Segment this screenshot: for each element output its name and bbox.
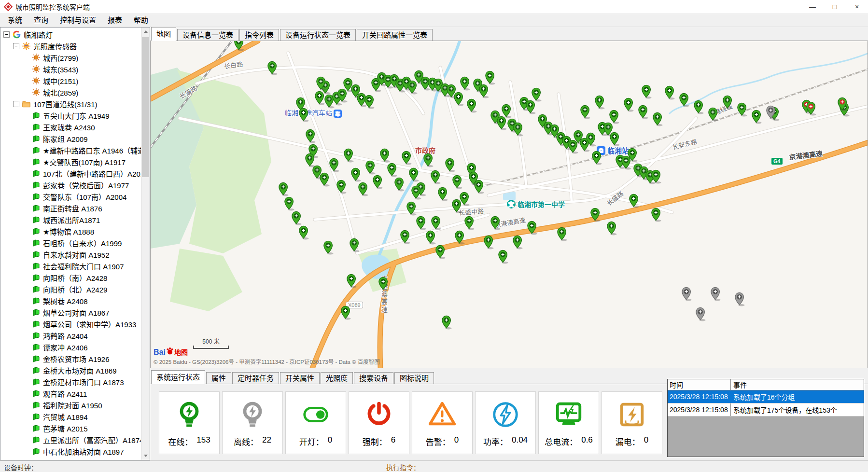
map-marker-online[interactable] <box>402 151 412 165</box>
map-marker-online[interactable] <box>469 171 479 186</box>
map-marker-online[interactable] <box>292 211 302 225</box>
menu-item-2[interactable]: 控制与设置 <box>54 15 102 26</box>
map-marker-online[interactable] <box>592 151 602 165</box>
map-marker-online[interactable] <box>490 216 501 230</box>
menu-item-1[interactable]: 查询 <box>28 15 54 26</box>
map-marker-online[interactable] <box>467 98 477 113</box>
map-marker-online[interactable] <box>610 132 620 146</box>
map-marker-online[interactable] <box>431 216 441 230</box>
tree-item[interactable]: 陈家组 A2009 <box>0 133 141 144</box>
map-marker-online[interactable] <box>498 250 508 264</box>
tree-item[interactable]: 石咀桥（自来水）A1999 <box>0 237 141 249</box>
tab-bottom-5[interactable]: 搜索设备 <box>354 372 393 384</box>
map-marker-online[interactable] <box>344 148 354 163</box>
map-marker-online[interactable] <box>299 225 309 240</box>
menu-item-0[interactable]: 系统 <box>2 15 28 26</box>
map-marker-offline[interactable] <box>766 105 776 120</box>
map-canvas[interactable]: 长白路长盛路临湘长途汽车站车市政府Ω临湘站长安东路文临湘市第一中学长盛中路长盛路… <box>150 41 868 368</box>
map-marker-online[interactable] <box>431 170 441 184</box>
tree-item[interactable]: 观音路 A2411 <box>0 388 141 399</box>
tree-item[interactable]: 鸿鹤路 A2404 <box>0 330 141 341</box>
map-marker-online[interactable] <box>502 104 512 118</box>
tree-item[interactable]: 自来水斜对面 A1952 <box>0 249 141 260</box>
tab-bottom-0[interactable]: 系统运行状态 <box>151 370 205 384</box>
tab-map-2[interactable]: 指令列表 <box>239 29 279 41</box>
map-marker-offline[interactable] <box>735 292 745 306</box>
map-marker-online[interactable] <box>378 277 389 291</box>
tree-item[interactable]: 金桥农贸市场 A1926 <box>0 353 141 364</box>
map-marker-online[interactable] <box>708 107 718 122</box>
map-marker-online[interactable] <box>513 235 523 250</box>
map-marker-online[interactable] <box>284 196 294 211</box>
map-marker-online[interactable] <box>723 95 733 110</box>
tree-item[interactable]: 福利院对面 A1950 <box>0 399 141 411</box>
map-marker-online[interactable] <box>752 110 762 124</box>
tab-bottom-1[interactable]: 属性 <box>206 372 231 384</box>
map-marker-offline[interactable] <box>696 307 706 321</box>
tree-item[interactable]: 五里派出所（富源汽配）A1874 <box>0 434 141 445</box>
menu-item-4[interactable]: 帮助 <box>128 15 154 26</box>
map-marker-online[interactable] <box>586 132 596 147</box>
map-marker-online[interactable] <box>607 221 617 236</box>
map-marker-online[interactable] <box>306 129 316 143</box>
tree-expander-icon[interactable] <box>13 43 19 49</box>
map-marker-online[interactable] <box>409 167 419 182</box>
tab-bottom-4[interactable]: 光照度 <box>321 372 353 384</box>
close-button[interactable]: × <box>846 0 868 14</box>
tree-root[interactable]: 临湘路灯 <box>0 28 141 40</box>
tree-item[interactable]: ★交警队西(107南) A1917 <box>0 156 141 167</box>
map-marker-online[interactable] <box>426 230 436 245</box>
tab-map-3[interactable]: 设备运行状态一览表 <box>280 29 356 41</box>
tree-item[interactable]: 谭家冲 A2406 <box>0 341 141 353</box>
tree-item[interactable]: 王家珑巷 A2430 <box>0 121 141 133</box>
tree-item[interactable]: 汽贸城 A1894 <box>0 411 141 422</box>
menu-item-3[interactable]: 报表 <box>102 15 128 26</box>
map-marker-online[interactable] <box>557 227 567 241</box>
tree-group-1[interactable]: 107国道沿线(31/31) <box>0 98 141 110</box>
map-marker-online[interactable] <box>452 199 462 213</box>
map-marker-online[interactable] <box>438 187 448 201</box>
map-marker-online[interactable] <box>628 148 638 162</box>
tree-item[interactable]: ★建新中路路口东 A1946（辅道灯） <box>0 144 141 156</box>
tab-bottom-3[interactable]: 开关属性 <box>280 372 320 384</box>
map-marker-online[interactable] <box>387 163 397 177</box>
map-marker-offline[interactable] <box>682 287 692 301</box>
tab-map-1[interactable]: 设备信息一览表 <box>177 29 238 41</box>
map-marker-online[interactable] <box>442 315 452 330</box>
event-row[interactable]: 2025/3/28 12:15:08系统加载了175个设备，在线153个 <box>668 403 864 416</box>
tree-item[interactable]: 107北（建新中路路口西）A2014 <box>0 167 141 179</box>
tab-bottom-6[interactable]: 图标说明 <box>394 372 434 384</box>
map-marker-online[interactable] <box>394 177 405 192</box>
map-marker-online[interactable] <box>651 208 661 222</box>
scrollbar-thumb[interactable] <box>142 37 149 177</box>
map-marker-online[interactable] <box>527 221 537 235</box>
map-marker-online[interactable] <box>526 100 536 114</box>
map-marker-online[interactable] <box>364 95 375 109</box>
tree-expander-icon[interactable] <box>3 31 10 38</box>
map-marker-online[interactable] <box>455 230 465 245</box>
map-marker-online[interactable] <box>651 169 661 184</box>
map-marker-online[interactable] <box>423 153 434 167</box>
map-marker-online[interactable] <box>351 167 361 182</box>
map-marker-online[interactable] <box>532 87 542 102</box>
map-marker-online[interactable] <box>642 84 652 99</box>
tree-item[interactable]: 五尖山大门东 A1949 <box>0 110 141 121</box>
tree-item[interactable]: 社会福利院大门口 A1907 <box>0 260 141 272</box>
map-marker-online[interactable] <box>400 230 410 244</box>
tree-item[interactable]: ★博物馆 A1888 <box>0 225 141 237</box>
tab-bottom-2[interactable]: 定时器任务 <box>232 372 279 384</box>
tree-group-0[interactable]: 光照度传感器 <box>0 40 141 52</box>
map-marker-online[interactable] <box>580 105 590 119</box>
map-marker-online[interactable] <box>323 240 334 255</box>
map-marker-online[interactable] <box>406 201 417 216</box>
map-marker-online[interactable] <box>279 182 289 196</box>
map-marker-online[interactable] <box>380 148 390 163</box>
tree-item[interactable]: 交警队东（107南）A2004 <box>0 191 141 202</box>
tree-item[interactable]: 向阳桥（南）A2428 <box>0 272 141 283</box>
map-marker-online[interactable] <box>373 175 383 189</box>
map-marker-online[interactable] <box>411 185 421 200</box>
map-marker-online[interactable] <box>464 216 475 230</box>
map-marker-online[interactable] <box>665 85 675 100</box>
map-marker-online[interactable] <box>737 102 747 117</box>
map-marker-online[interactable] <box>445 158 455 172</box>
